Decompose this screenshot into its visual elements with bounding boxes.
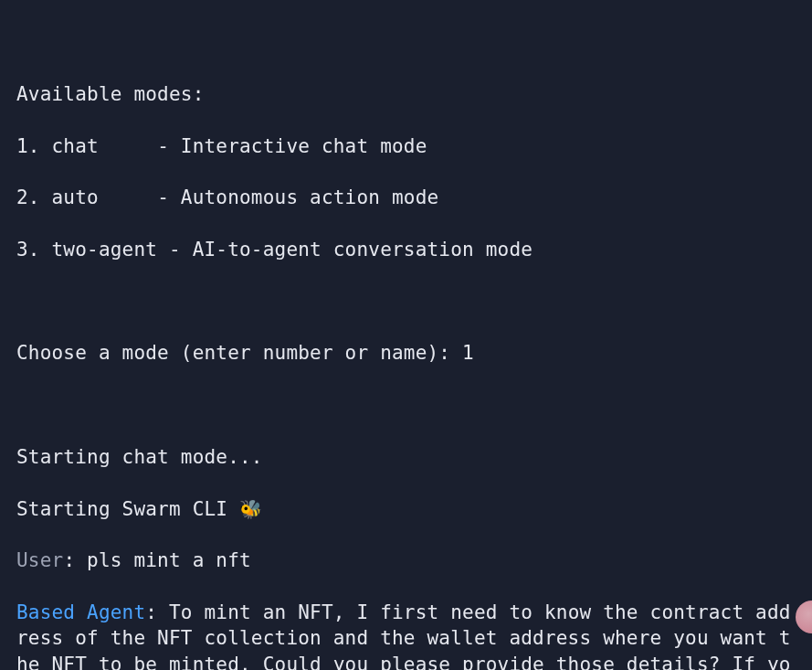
agent-label: Based Agent [16,601,145,623]
user-label: User [16,549,63,571]
starting-swarm-text: Starting Swarm CLI [16,498,239,520]
mode-name: auto [52,186,158,208]
mode-line-2: 2. auto - Autonomous action mode [16,185,796,210]
blank-line [16,289,796,314]
choose-mode-prompt: Choose a mode (enter number or name): [16,342,462,364]
starting-chat-line: Starting chat mode... [16,444,796,470]
available-modes-header: Available modes: [16,81,796,107]
chat-turn-agent-1: Based Agent: To mint an NFT, I first nee… [16,600,796,670]
mode-num: 3. [16,239,40,261]
mode-line-1: 1. chat - Interactive chat mode [16,133,796,159]
colon: : [145,601,169,623]
mode-desc: - AI-to-agent conversation mode [169,239,533,261]
starting-swarm-line: Starting Swarm CLI 🐝 [16,496,796,522]
mode-num: 2. [16,186,40,208]
mode-num: 1. [16,135,40,157]
user-message: pls mint a nft [87,549,251,571]
bee-icon: 🐝 [239,497,262,522]
mode-desc: - Interactive chat mode [157,135,427,157]
terminal-output[interactable]: Available modes: 1. chat - Interactive c… [0,0,812,670]
colon: : [63,549,87,571]
mode-desc: - Autonomous action mode [157,186,438,208]
blank-line [16,392,796,418]
mode-line-3: 3. two-agent - AI-to-agent conversation … [16,237,796,262]
mode-name: two-agent [52,239,158,261]
blank-line [16,29,796,55]
choose-mode-value: 1 [462,342,474,364]
mode-name: chat [52,135,158,157]
chat-turn-user-1: User: pls mint a nft [16,548,796,573]
choose-mode-line: Choose a mode (enter number or name): 1 [16,340,796,366]
